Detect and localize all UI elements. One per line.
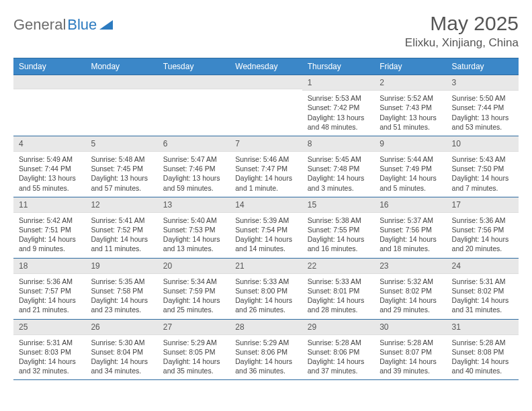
sunset-text: Sunset: 8:07 PM	[380, 347, 441, 357]
day-cell: 20Sunrise: 5:34 AMSunset: 7:59 PMDayligh…	[158, 259, 230, 319]
day-cell: 2Sunrise: 5:52 AMSunset: 7:43 PMDaylight…	[374, 75, 446, 136]
day-number	[85, 75, 157, 89]
sunset-text: Sunset: 8:06 PM	[235, 347, 296, 357]
day-cell: 10Sunrise: 5:43 AMSunset: 7:50 PMDayligh…	[447, 136, 519, 197]
day-number: 3	[447, 75, 519, 91]
day-cell: 9Sunrise: 5:44 AMSunset: 7:49 PMDaylight…	[374, 136, 446, 197]
day-cell: 12Sunrise: 5:41 AMSunset: 7:52 PMDayligh…	[85, 197, 157, 258]
sunset-text: Sunset: 8:02 PM	[380, 286, 441, 295]
month-title: May 2025	[405, 12, 519, 35]
day-content: Sunrise: 5:50 AMSunset: 7:44 PMDaylight:…	[447, 91, 519, 136]
week-row: 4Sunrise: 5:49 AMSunset: 7:44 PMDaylight…	[13, 136, 519, 197]
sunset-text: Sunset: 8:03 PM	[19, 347, 80, 357]
sunrise-text: Sunrise: 5:48 AM	[91, 154, 152, 164]
day-cell: 3Sunrise: 5:50 AMSunset: 7:44 PMDaylight…	[447, 75, 519, 136]
day-number: 5	[85, 136, 157, 152]
day-header-saturday: Saturday	[447, 58, 519, 75]
day-number: 31	[447, 320, 519, 335]
day-content: Sunrise: 5:47 AMSunset: 7:46 PMDaylight:…	[158, 152, 230, 197]
day-number: 20	[158, 259, 230, 274]
day-content: Sunrise: 5:31 AMSunset: 8:02 PMDaylight:…	[447, 274, 519, 319]
day-content: Sunrise: 5:36 AMSunset: 7:57 PMDaylight:…	[13, 274, 85, 319]
sunset-text: Sunset: 7:46 PM	[163, 164, 224, 173]
day-cell	[13, 75, 85, 136]
sunrise-text: Sunrise: 5:39 AM	[235, 216, 296, 225]
svg-marker-0	[99, 20, 113, 30]
sunrise-text: Sunrise: 5:47 AM	[163, 154, 224, 164]
daylight-text: Daylight: 14 hours and 18 minutes.	[380, 234, 441, 253]
day-cell: 11Sunrise: 5:42 AMSunset: 7:51 PMDayligh…	[13, 197, 85, 258]
sunrise-text: Sunrise: 5:49 AM	[19, 154, 80, 164]
daylight-text: Daylight: 14 hours and 31 minutes.	[452, 295, 513, 314]
daylight-text: Daylight: 14 hours and 3 minutes.	[308, 173, 369, 192]
day-number: 1	[302, 75, 374, 91]
day-cell: 8Sunrise: 5:45 AMSunset: 7:48 PMDaylight…	[302, 136, 374, 197]
sunrise-text: Sunrise: 5:42 AM	[19, 216, 80, 225]
sunrise-text: Sunrise: 5:28 AM	[452, 338, 513, 347]
day-header-wednesday: Wednesday	[230, 58, 302, 75]
day-content: Sunrise: 5:38 AMSunset: 7:55 PMDaylight:…	[302, 213, 374, 258]
day-header-sunday: Sunday	[13, 58, 85, 75]
sunrise-text: Sunrise: 5:29 AM	[163, 338, 224, 347]
day-number: 11	[13, 197, 85, 213]
sunset-text: Sunset: 7:43 PM	[380, 103, 441, 112]
sunrise-text: Sunrise: 5:38 AM	[308, 216, 369, 225]
day-number: 10	[447, 136, 519, 152]
sunrise-text: Sunrise: 5:53 AM	[308, 93, 369, 103]
sunset-text: Sunset: 7:50 PM	[452, 164, 513, 173]
week-row: 18Sunrise: 5:36 AMSunset: 7:57 PMDayligh…	[13, 258, 519, 319]
title-block: May 2025 Elixku, Xinjiang, China	[405, 12, 519, 50]
day-header-tuesday: Tuesday	[158, 58, 230, 75]
daylight-text: Daylight: 14 hours and 36 minutes.	[235, 357, 296, 375]
sunset-text: Sunset: 7:56 PM	[452, 225, 513, 234]
daylight-text: Daylight: 14 hours and 11 minutes.	[91, 234, 152, 253]
sunrise-text: Sunrise: 5:29 AM	[235, 338, 296, 347]
sunrise-text: Sunrise: 5:40 AM	[163, 216, 224, 225]
sunrise-text: Sunrise: 5:35 AM	[91, 277, 152, 286]
day-content: Sunrise: 5:35 AMSunset: 7:58 PMDaylight:…	[85, 274, 157, 319]
day-content: Sunrise: 5:53 AMSunset: 7:42 PMDaylight:…	[302, 91, 374, 136]
day-number: 2	[374, 75, 446, 91]
sunset-text: Sunset: 7:52 PM	[91, 225, 152, 234]
daylight-text: Daylight: 14 hours and 39 minutes.	[380, 357, 441, 375]
day-cell: 6Sunrise: 5:47 AMSunset: 7:46 PMDaylight…	[158, 136, 230, 197]
day-content: Sunrise: 5:28 AMSunset: 8:07 PMDaylight:…	[374, 335, 446, 380]
day-number: 9	[374, 136, 446, 152]
week-row: 25Sunrise: 5:31 AMSunset: 8:03 PMDayligh…	[13, 319, 519, 380]
daylight-text: Daylight: 14 hours and 40 minutes.	[452, 357, 513, 375]
day-number: 21	[230, 259, 302, 274]
daylight-text: Daylight: 14 hours and 35 minutes.	[163, 357, 224, 375]
day-cell: 31Sunrise: 5:28 AMSunset: 8:08 PMDayligh…	[447, 320, 519, 380]
day-content: Sunrise: 5:41 AMSunset: 7:52 PMDaylight:…	[85, 213, 157, 258]
day-header-monday: Monday	[85, 58, 157, 75]
sunset-text: Sunset: 8:01 PM	[308, 286, 369, 295]
sunset-text: Sunset: 7:53 PM	[163, 225, 224, 234]
sunset-text: Sunset: 7:45 PM	[91, 164, 152, 173]
day-cell: 16Sunrise: 5:37 AMSunset: 7:56 PMDayligh…	[374, 197, 446, 258]
sunrise-text: Sunrise: 5:44 AM	[380, 154, 441, 164]
calendar-bottom-border	[13, 379, 519, 380]
day-cell: 21Sunrise: 5:33 AMSunset: 8:00 PMDayligh…	[230, 259, 302, 319]
day-number	[230, 75, 302, 89]
daylight-text: Daylight: 13 hours and 59 minutes.	[163, 173, 224, 192]
sunset-text: Sunset: 7:59 PM	[163, 286, 224, 295]
day-cell	[158, 75, 230, 136]
daylight-text: Daylight: 14 hours and 37 minutes.	[308, 357, 369, 375]
sunset-text: Sunset: 7:57 PM	[19, 286, 80, 295]
daylight-text: Daylight: 14 hours and 20 minutes.	[452, 234, 513, 253]
daylight-text: Daylight: 13 hours and 53 minutes.	[452, 113, 513, 132]
day-cell: 22Sunrise: 5:33 AMSunset: 8:01 PMDayligh…	[302, 259, 374, 319]
daylight-text: Daylight: 14 hours and 7 minutes.	[452, 173, 513, 192]
sunset-text: Sunset: 7:44 PM	[19, 164, 80, 173]
daylight-text: Daylight: 14 hours and 9 minutes.	[19, 234, 80, 253]
sunrise-text: Sunrise: 5:36 AM	[452, 216, 513, 225]
daylight-text: Daylight: 14 hours and 28 minutes.	[308, 295, 369, 314]
day-cell: 13Sunrise: 5:40 AMSunset: 7:53 PMDayligh…	[158, 197, 230, 258]
daylight-text: Daylight: 13 hours and 51 minutes.	[380, 113, 441, 132]
day-cell: 23Sunrise: 5:32 AMSunset: 8:02 PMDayligh…	[374, 259, 446, 319]
sunrise-text: Sunrise: 5:52 AM	[380, 93, 441, 103]
day-content: Sunrise: 5:29 AMSunset: 8:05 PMDaylight:…	[158, 335, 230, 380]
daylight-text: Daylight: 14 hours and 5 minutes.	[380, 173, 441, 192]
sunrise-text: Sunrise: 5:37 AM	[380, 216, 441, 225]
day-content: Sunrise: 5:52 AMSunset: 7:43 PMDaylight:…	[374, 91, 446, 136]
